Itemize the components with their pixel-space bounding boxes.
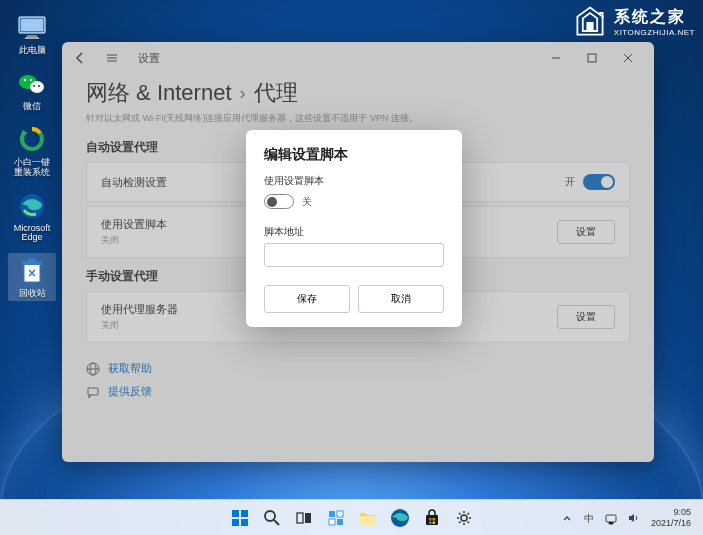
this-pc-icon	[17, 15, 47, 41]
desktop-icon-label: Microsoft Edge	[10, 224, 54, 244]
desktop-icon-label: 回收站	[19, 289, 46, 299]
tray-volume-icon[interactable]	[625, 510, 641, 526]
edge-icon	[18, 192, 46, 220]
gear-icon	[455, 509, 473, 527]
watermark-logo-icon	[572, 4, 608, 40]
svg-rect-22	[232, 519, 239, 526]
desktop-icon-recycle-bin[interactable]: 回收站	[8, 253, 56, 301]
dialog-address-label: 脚本地址	[264, 225, 444, 239]
taskbar: 中 9:05 2021/7/16	[0, 499, 703, 535]
task-view-button[interactable]	[289, 503, 319, 533]
desktop-icon-reinstall[interactable]: 小白一键重装系统	[8, 122, 56, 180]
search-button[interactable]	[257, 503, 287, 533]
system-tray: 中 9:05 2021/7/16	[559, 507, 703, 529]
svg-point-38	[461, 515, 467, 521]
svg-rect-3	[27, 35, 37, 37]
tray-clock[interactable]: 9:05 2021/7/16	[647, 507, 695, 529]
svg-rect-23	[241, 519, 248, 526]
svg-rect-31	[360, 516, 376, 525]
widgets-button[interactable]	[321, 503, 351, 533]
desktop-icon-label: 微信	[23, 102, 41, 112]
tray-ime-icon[interactable]: 中	[581, 510, 597, 526]
script-address-input[interactable]	[264, 243, 444, 267]
settings-taskbar-button[interactable]	[449, 503, 479, 533]
svg-rect-21	[241, 510, 248, 517]
svg-point-9	[33, 85, 35, 87]
svg-point-24	[265, 511, 275, 521]
svg-rect-4	[25, 37, 39, 39]
svg-rect-20	[232, 510, 239, 517]
svg-point-10	[38, 85, 40, 87]
svg-rect-28	[337, 511, 343, 517]
svg-rect-27	[329, 511, 335, 517]
svg-point-7	[24, 79, 26, 81]
desktop-icon-edge[interactable]: Microsoft Edge	[8, 188, 56, 246]
windows-icon	[230, 508, 250, 528]
desktop-icon-this-pc[interactable]: 此电脑	[8, 10, 56, 58]
svg-rect-0	[586, 22, 593, 31]
watermark-en: XITONGZHIJIA.NET	[614, 28, 695, 37]
edge-icon	[390, 508, 410, 528]
start-button[interactable]	[225, 503, 255, 533]
widgets-icon	[327, 509, 345, 527]
store-icon	[423, 509, 441, 527]
folder-icon	[358, 509, 378, 527]
reinstall-icon	[18, 126, 46, 154]
dialog-cancel-button[interactable]: 取消	[358, 285, 444, 313]
dialog-script-toggle[interactable]	[264, 194, 294, 209]
edit-script-dialog: 编辑设置脚本 使用设置脚本 关 脚本地址 保存 取消	[246, 130, 462, 327]
svg-text:中: 中	[584, 513, 594, 524]
recycle-bin-icon	[19, 256, 45, 286]
svg-rect-33	[426, 515, 438, 525]
dialog-save-button[interactable]: 保存	[264, 285, 350, 313]
tray-network-icon[interactable]	[603, 510, 619, 526]
search-icon	[263, 509, 281, 527]
dialog-use-script-label: 使用设置脚本	[264, 174, 444, 188]
task-view-icon	[295, 509, 313, 527]
taskbar-center	[225, 503, 479, 533]
svg-rect-2	[21, 19, 43, 31]
wechat-icon	[17, 71, 47, 97]
svg-rect-25	[297, 513, 303, 523]
tray-chevron-up[interactable]	[559, 510, 575, 526]
desktop-icon-wechat[interactable]: 微信	[8, 66, 56, 114]
svg-rect-37	[432, 521, 435, 524]
svg-rect-34	[429, 518, 432, 521]
svg-rect-26	[305, 513, 311, 523]
explorer-button[interactable]	[353, 503, 383, 533]
site-watermark: 系统之家 XITONGZHIJIA.NET	[572, 4, 695, 40]
svg-point-6	[30, 81, 44, 93]
dialog-toggle-state: 关	[302, 195, 312, 209]
desktop-icon-label: 此电脑	[19, 46, 46, 56]
tray-time: 9:05	[673, 507, 691, 518]
svg-point-8	[30, 79, 32, 81]
svg-rect-40	[606, 515, 616, 522]
dialog-title: 编辑设置脚本	[264, 146, 444, 164]
store-button[interactable]	[417, 503, 447, 533]
svg-rect-15	[28, 258, 36, 262]
desktop-icon-label: 小白一键重装系统	[10, 158, 54, 178]
edge-taskbar-button[interactable]	[385, 503, 415, 533]
svg-rect-36	[429, 521, 432, 524]
desktop-icons: 此电脑 微信 小白一键重装系统 Microsoft Edge 回收站	[8, 10, 56, 301]
svg-rect-29	[329, 519, 335, 525]
watermark-cn: 系统之家	[614, 7, 695, 28]
tray-date: 2021/7/16	[651, 518, 691, 529]
svg-rect-35	[432, 518, 435, 521]
svg-rect-30	[337, 519, 343, 525]
